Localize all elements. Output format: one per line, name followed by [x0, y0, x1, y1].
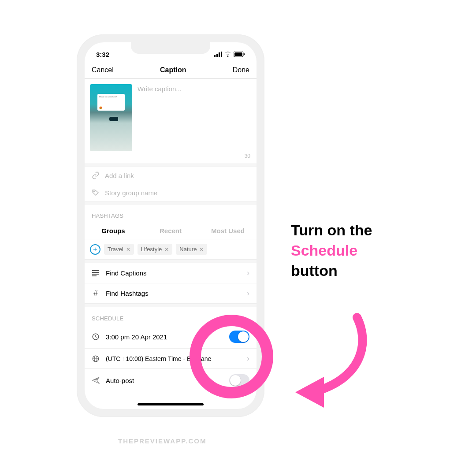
chip-label: Lifestyle [141, 246, 162, 253]
battery-icon [234, 52, 245, 57]
navbar: Cancel Caption Done [85, 63, 257, 79]
timezone-row[interactable]: (UTC +10:00) Eastern Time - Brisbane › [85, 349, 257, 369]
footer-watermark: THEPREVIEWAPP.COM [118, 437, 206, 445]
tab-groups[interactable]: Groups [85, 223, 142, 239]
schedule-toggle[interactable] [229, 331, 249, 343]
send-icon [92, 376, 100, 384]
hashtag-tabs: Groups Recent Most Used [85, 223, 257, 239]
hash-icon: # [92, 289, 100, 298]
thumbnail-figure [109, 117, 127, 121]
status-time: 3:32 [96, 51, 109, 58]
svg-rect-3 [221, 52, 222, 57]
separator [85, 201, 257, 205]
chevron-right-icon: › [247, 268, 249, 278]
schedule-datetime: 3:00 pm 20 Apr 2021 [106, 333, 223, 341]
add-link-placeholder: Add a link [105, 172, 134, 179]
cellular-icon [214, 52, 222, 57]
svg-rect-5 [234, 52, 242, 56]
autopost-label: Auto-post [106, 377, 223, 384]
annotation-line2: Schedule [291, 241, 450, 261]
done-button[interactable]: Done [233, 66, 249, 74]
caption-area: Would you swim here? Write caption... [85, 79, 257, 153]
find-hashtags-row[interactable]: # Find Hashtags › [85, 283, 257, 304]
chip-remove-icon[interactable]: ✕ [126, 246, 130, 253]
find-hashtags-label: Find Hashtags [106, 290, 241, 297]
thumbnail-sticker: Would you swim here? [97, 94, 125, 111]
chip-label: Travel [108, 246, 123, 253]
schedule-datetime-row[interactable]: 3:00 pm 20 Apr 2021 [85, 325, 257, 349]
tag-icon [92, 189, 100, 197]
tab-recent[interactable]: Recent [142, 223, 199, 239]
home-indicator [138, 403, 204, 405]
chip-label: Nature [179, 246, 197, 253]
autopost-row[interactable]: Auto-post [85, 369, 257, 392]
status-icons [214, 52, 245, 57]
svg-rect-0 [214, 55, 216, 57]
svg-point-7 [93, 191, 94, 192]
caption-lines-icon [92, 270, 100, 276]
svg-rect-6 [244, 53, 245, 55]
find-captions-label: Find Captions [106, 269, 241, 277]
wifi-icon [224, 52, 231, 57]
hashtag-chip[interactable]: Travel✕ [104, 244, 134, 255]
timezone-label: (UTC +10:00) Eastern Time - Brisbane [106, 355, 241, 362]
svg-rect-1 [216, 54, 218, 57]
hashtag-chip[interactable]: Lifestyle✕ [138, 244, 173, 255]
add-link-row[interactable]: Add a link [85, 167, 257, 184]
autopost-toggle[interactable] [229, 374, 249, 387]
screen: 3:32 Cancel Caption Done Would you swim … [85, 42, 257, 409]
tab-most-used[interactable]: Most Used [199, 223, 257, 239]
phone-notch [131, 42, 210, 54]
story-group-row[interactable]: Story group name [85, 184, 257, 201]
schedule-section-label: SCHEDULE [85, 307, 257, 325]
separator [85, 164, 257, 167]
caption-input[interactable]: Write caption... [138, 84, 251, 151]
svg-rect-2 [219, 52, 220, 57]
chip-remove-icon[interactable]: ✕ [199, 246, 204, 253]
hashtag-chip[interactable]: Nature✕ [176, 244, 207, 255]
annotation-line3: button [291, 261, 450, 281]
clock-icon [92, 333, 100, 341]
cancel-button[interactable]: Cancel [92, 66, 114, 74]
add-hashtag-group-button[interactable]: + [90, 244, 100, 255]
separator [85, 304, 257, 307]
phone-frame: 3:32 Cancel Caption Done Would you swim … [77, 34, 264, 417]
hashtags-section-label: HASHTAGS [85, 205, 257, 223]
caption-char-count: 30 [85, 153, 257, 164]
hashtag-chips-row: + Travel✕ Lifestyle✕ Nature✕ [85, 239, 257, 260]
separator [85, 260, 257, 263]
annotation-text: Turn on the Schedule button [291, 220, 450, 281]
link-icon [92, 171, 100, 179]
chevron-right-icon: › [247, 354, 249, 363]
nav-title: Caption [160, 66, 186, 74]
chevron-right-icon: › [247, 289, 249, 298]
post-thumbnail[interactable]: Would you swim here? [90, 84, 132, 151]
globe-icon [92, 355, 100, 363]
chip-remove-icon[interactable]: ✕ [164, 246, 169, 253]
story-group-placeholder: Story group name [105, 189, 157, 197]
annotation-line1: Turn on the [291, 220, 450, 241]
pointer-arrow [282, 309, 379, 414]
find-captions-row[interactable]: Find Captions › [85, 263, 257, 283]
